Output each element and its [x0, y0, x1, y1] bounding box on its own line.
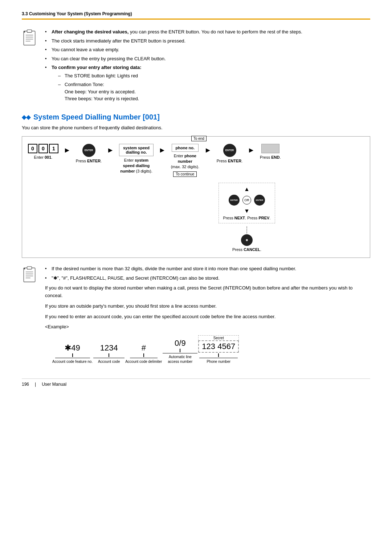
diagram-step-end: Press END.: [260, 144, 281, 160]
note-item-1: After changing the desired values, you c…: [45, 28, 302, 36]
top-note-content: After changing the desired values, you c…: [45, 28, 302, 104]
secret-tick: [218, 353, 219, 357]
cancel-button-icon: ◉: [241, 234, 253, 246]
secret-label-top: Secret: [198, 335, 239, 340]
diagram-step-speed: system speeddialling no. Enter systemspe…: [119, 144, 154, 174]
09-tick: [180, 349, 180, 352]
bottom-note-2: • "✱", "#", FLASH/RECALL, PAUSE, and Sec…: [45, 275, 370, 282]
star49-label: Account code feature no.: [52, 359, 93, 364]
diagram-step-enter-2: ENTER Press ENTER.: [217, 144, 243, 164]
phone-no-box: phone no.: [172, 144, 199, 152]
arrow-5: ►: [248, 146, 255, 154]
star49-hline: [55, 358, 90, 358]
step2-label: Press ENTER.: [76, 158, 102, 164]
09-label: Automatic lineaccess number: [168, 355, 192, 364]
arrow-2: ►: [107, 146, 114, 154]
secret-dashed-box: 123 4567: [198, 340, 239, 353]
speed-dial-box: system speeddialling no.: [119, 144, 154, 156]
to-end-label: To end: [191, 136, 207, 141]
09-hline: [163, 353, 197, 353]
1234-label: Account code: [98, 359, 120, 364]
step3-label: Enter systemspeed diallingnumber (3 digi…: [120, 158, 152, 174]
cancel-label: Press CANCEL.: [232, 247, 261, 252]
section-subtitle: You can store the phone numbers of frequ…: [22, 125, 370, 130]
1234-hline: [93, 358, 124, 358]
svg-rect-7: [24, 268, 35, 282]
bottom-note-content: • If the desired number is more than 32 …: [45, 265, 370, 364]
nav-area: ▲ ENTER OR ENTER ▼ Press NEXT. Press PRE…: [130, 183, 364, 252]
star49-value: ✱49: [65, 343, 80, 353]
page: 3.3 Customising Your System (System Prog…: [0, 0, 392, 401]
svg-rect-8: [27, 267, 32, 269]
diagram-step-1: 0 0 1 Enter 001.: [28, 144, 58, 160]
example-item-star49: ✱49 Account code feature no.: [52, 343, 93, 364]
body-text-3: If you need to enter an account code, yo…: [45, 313, 370, 321]
nav-row: ▲ ENTER OR ENTER ▼ Press NEXT. Press PRE…: [219, 183, 275, 223]
secret-hline: [199, 358, 238, 358]
note-item-3: You cannot leave a value empty.: [45, 46, 302, 53]
example-item-09: 0/9 Automatic lineaccess number: [162, 339, 198, 364]
secret-value: 123 4567: [202, 342, 235, 351]
dashed-line-cancel: [246, 226, 247, 234]
enter-nav-left: ENTER: [229, 195, 240, 206]
star49-tick: [72, 353, 73, 357]
step5-label: Press ENTER.: [217, 158, 243, 164]
top-note-block: After changing the desired values, you c…: [22, 28, 370, 104]
1234-value: 1234: [100, 343, 118, 353]
notepad-icon-2: [22, 266, 39, 284]
example-label: <Example>: [45, 323, 370, 331]
body-text-1: If you do not want to display the stored…: [45, 284, 370, 300]
svg-rect-0: [24, 31, 35, 45]
cancel-area: ◉ Press CANCEL.: [232, 226, 261, 252]
note-item-5: To confirm your entry after storing data…: [45, 64, 302, 102]
section-header: 3.3 Customising Your System (System Prog…: [22, 11, 370, 20]
1234-tick: [109, 353, 109, 357]
arrow-3: ►: [159, 146, 166, 154]
body-text-2: If you store an outside party's number, …: [45, 303, 370, 310]
secret-label-bottom: Phone number: [207, 359, 230, 364]
example-item-1234: 1234 Account code: [93, 343, 125, 364]
digit-0-2: 0: [38, 144, 48, 153]
svg-rect-1: [27, 30, 32, 32]
diagram-step-enter-1: ENTER Press ENTER.: [76, 144, 102, 164]
notepad-icon: [22, 29, 39, 48]
svg-point-6: [24, 31, 25, 33]
next-prev-label: Press NEXT. Press PREV.: [223, 216, 271, 220]
09-value: 0/9: [175, 339, 186, 348]
to-continue-label: To continue: [173, 171, 197, 177]
example-row: ✱49 Account code feature no. 1234 Accoun…: [52, 335, 370, 364]
enter-button-1: ENTER: [82, 144, 95, 157]
arrow-1: ►: [64, 146, 71, 154]
page-footer: 196 | User Manual: [22, 378, 370, 387]
step1-label: Enter 001.: [34, 155, 53, 160]
diagram-step-phone: To end phone no. Enter phonenumber(max. …: [171, 144, 199, 177]
up-arrow: ▲: [244, 186, 250, 193]
note-sub-1: The STORE button light: Lights red: [52, 72, 302, 80]
section-title: ◆◆ System Speed Dialling Number [001]: [22, 113, 370, 121]
hash-hline: [130, 358, 158, 358]
down-arrow: ▼: [244, 208, 250, 214]
digit-1: 1: [49, 144, 58, 153]
digit-0-1: 0: [28, 144, 37, 153]
hash-tick: [143, 353, 144, 357]
diamond-icon-1: ◆◆: [22, 114, 30, 121]
enter-button-2: ENTER: [223, 144, 236, 157]
note-item-2: The clock starts immediately after the E…: [45, 37, 302, 45]
example-item-secret: Secret 123 4567 Phone number: [198, 335, 239, 364]
nav-dashed-box: ▲ ENTER OR ENTER ▼ Press NEXT. Press PRE…: [219, 183, 275, 223]
step4-label: Enter phonenumber(max. 32 digits).: [171, 153, 199, 170]
svg-point-13: [24, 268, 25, 270]
footer-text: User Manual: [42, 382, 66, 387]
diagram-box: 0 0 1 Enter 001. ► ENTER Press ENTER. ► …: [22, 136, 370, 258]
note-sub-2: Confirmation Tone:One beep: Your entry i…: [52, 81, 302, 102]
step6-label: Press END.: [260, 155, 281, 160]
page-number: 196: [22, 382, 29, 387]
hash-label: Account code delimiter: [125, 359, 162, 364]
bottom-note-1: • If the desired number is more than 32 …: [45, 265, 370, 273]
footer-separator: |: [35, 382, 36, 387]
hash-value: #: [142, 343, 146, 353]
or-label: OR: [242, 196, 251, 204]
arrow-4: ►: [204, 146, 212, 154]
end-box: [261, 144, 279, 153]
section-header-title: 3.3 Customising Your System (System Prog…: [22, 11, 132, 16]
